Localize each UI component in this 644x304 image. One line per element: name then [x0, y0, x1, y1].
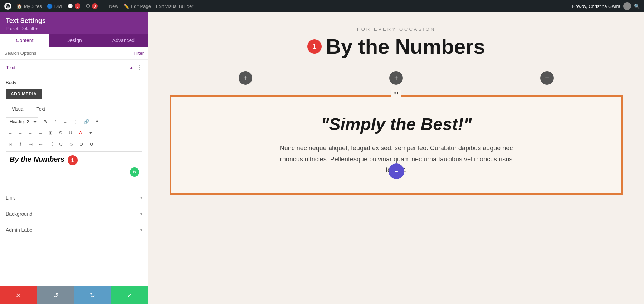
comments-zero-link[interactable]: 🗨 0 [86, 3, 98, 9]
comments-count-badge: 3 [75, 3, 80, 9]
add-col-1-button[interactable]: + [239, 71, 252, 85]
align-left-button[interactable]: ≡ [6, 129, 15, 137]
columns-row: + + + [170, 71, 623, 85]
my-sites-link[interactable]: 🏠 My Sites [16, 4, 42, 9]
align-justify-button[interactable]: ≡ [36, 129, 45, 137]
underline-button[interactable]: U [66, 129, 75, 137]
text-section-header[interactable]: Text ▲ ⋮ [0, 60, 148, 75]
comment2-icon: 🗨 [86, 4, 90, 9]
align-right-button[interactable]: ≡ [26, 129, 35, 137]
italic-button[interactable]: I [50, 118, 60, 126]
left-panel: Text Settings Preset: Default Content De… [0, 12, 148, 304]
howdy-section: Howdy, Christina Gwira 🔍 [572, 2, 640, 10]
quote-title: "Simply the Best!" [192, 114, 600, 134]
panel-body: Text ▲ ⋮ Body ADD MEDIA Visual Text Head… [0, 60, 148, 286]
admin-label-chevron-icon: ▾ [140, 227, 142, 232]
add-col-2-button[interactable]: + [389, 71, 403, 85]
save-button[interactable]: ✓ [111, 286, 148, 304]
exit-builder-link[interactable]: Exit Visual Builder [156, 4, 194, 9]
editor-tabs: Visual Text [6, 104, 142, 114]
search-icon[interactable]: 🔍 [634, 4, 640, 9]
text-section-title: Text [6, 64, 129, 70]
text-section-content: Body ADD MEDIA Visual Text Heading 2 Hea… [0, 75, 148, 190]
link-button[interactable]: 🔗 [81, 118, 92, 126]
editor-tab-text[interactable]: Text [30, 104, 51, 114]
section-label: FOR EVERY OCCASION [170, 26, 623, 32]
text-color-button[interactable]: A [76, 129, 85, 137]
section-options-icon[interactable]: ⋮ [137, 64, 142, 71]
collapse-up-icon[interactable]: ▲ [129, 65, 134, 70]
undo-button[interactable]: ↺ [37, 286, 74, 304]
dots-menu-button[interactable]: ··· [389, 163, 404, 179]
bold-button[interactable]: B [40, 118, 50, 126]
comments-zero-badge: 0 [92, 3, 98, 9]
divi-icon: 🔵 [47, 4, 53, 9]
background-section-title: Background [6, 211, 140, 217]
undo-editor-button[interactable]: ↺ [77, 140, 86, 148]
quote-section: " "Simply the Best!" Nunc nec neque aliq… [170, 95, 623, 195]
main-layout: Text Settings Preset: Default Content De… [0, 12, 644, 304]
special-chars-button[interactable]: Ω [56, 140, 65, 148]
canvas-content: FOR EVERY OCCASION 1 By the Numbers + + … [148, 12, 644, 209]
background-chevron-icon: ▾ [140, 211, 142, 216]
tab-advanced[interactable]: Advanced [99, 34, 148, 47]
body-label: Body [6, 80, 142, 85]
search-input[interactable] [4, 50, 127, 56]
link-section[interactable]: Link ▾ [0, 190, 148, 206]
quote-mark-icon: " [391, 90, 401, 103]
emoji-button[interactable]: ☺ [66, 140, 76, 148]
comment-icon: 💬 [67, 4, 73, 9]
blockquote-button[interactable]: ❝ [92, 118, 102, 126]
cancel-button[interactable]: ✕ [0, 286, 37, 304]
background-section[interactable]: Background ▾ [0, 206, 148, 222]
bottom-bar: ✕ ↺ ↻ ✓ [0, 286, 148, 304]
heading-select[interactable]: Heading 2 Heading 1 Heading 3 Paragraph [6, 117, 38, 126]
editor-badge: 1 [68, 155, 78, 165]
link-chevron-icon: ▾ [140, 195, 142, 200]
add-col-3-button[interactable]: + [540, 71, 554, 85]
canvas-area: FOR EVERY OCCASION 1 By the Numbers + + … [148, 12, 644, 304]
special2-button[interactable]: 𝐼 [16, 140, 25, 148]
panel-header: Text Settings Preset: Default [0, 12, 148, 34]
new-link[interactable]: ＋ New [103, 3, 118, 9]
more-formats-button[interactable]: ▾ [86, 129, 95, 137]
align-center-button[interactable]: ≡ [16, 129, 25, 137]
editor-content: By the Numbers [10, 155, 64, 163]
redo-editor-button[interactable]: ↻ [87, 140, 96, 148]
ul-button[interactable]: ≡ [60, 118, 70, 126]
divi-link[interactable]: 🔵 Divi [47, 4, 62, 9]
home-icon: 🏠 [16, 4, 22, 9]
tab-design[interactable]: Design [49, 34, 99, 47]
wp-home-link[interactable]: W [4, 3, 11, 10]
wp-logo: W [4, 3, 11, 10]
special1-button[interactable]: ⊡ [6, 140, 15, 148]
plus-icon: ＋ [103, 3, 107, 9]
toolbar-row3: ⊡ 𝐼 ⇥ ⇤ ⛶ Ω ☺ ↺ ↻ [6, 140, 142, 148]
heading-badge: 1 [307, 39, 322, 54]
add-media-button[interactable]: ADD MEDIA [6, 89, 42, 99]
heading-title: By the Numbers [326, 36, 485, 57]
preset-label[interactable]: Preset: Default [6, 26, 142, 31]
edit-page-link[interactable]: ✏️ Edit Page [123, 4, 151, 9]
redo-button[interactable]: ↻ [74, 286, 111, 304]
outdent-button[interactable]: ⇤ [36, 140, 45, 148]
ol-button[interactable]: ⋮ [70, 118, 80, 126]
fullscreen-button[interactable]: ⛶ [46, 140, 55, 148]
toolbar-row2: ≡ ≡ ≡ ≡ ⊞ S U A ▾ [6, 129, 142, 137]
table-button[interactable]: ⊞ [46, 129, 55, 137]
filter-button[interactable]: + Filter [130, 50, 144, 56]
admin-bar: W 🏠 My Sites 🔵 Divi 💬 3 🗨 0 ＋ New ✏️ Edi… [0, 0, 644, 12]
sync-icon: ↻ [130, 167, 139, 177]
editor-area[interactable]: By the Numbers 1 ↻ [6, 151, 142, 180]
edit-icon: ✏️ [123, 4, 129, 9]
admin-bar-left: W 🏠 My Sites 🔵 Divi 💬 3 🗨 0 ＋ New ✏️ Edi… [4, 3, 566, 10]
comments-link[interactable]: 💬 3 [67, 3, 80, 9]
admin-label-section[interactable]: Admin Label ▾ [0, 222, 148, 238]
heading-row: 1 By the Numbers [170, 36, 623, 57]
link-section-title: Link [6, 195, 140, 201]
indent-button[interactable]: ⇥ [26, 140, 35, 148]
panel-title: Text Settings [6, 17, 142, 25]
editor-tab-visual[interactable]: Visual [6, 104, 30, 114]
strikethrough-button[interactable]: S [56, 129, 65, 137]
tab-content[interactable]: Content [0, 34, 49, 47]
